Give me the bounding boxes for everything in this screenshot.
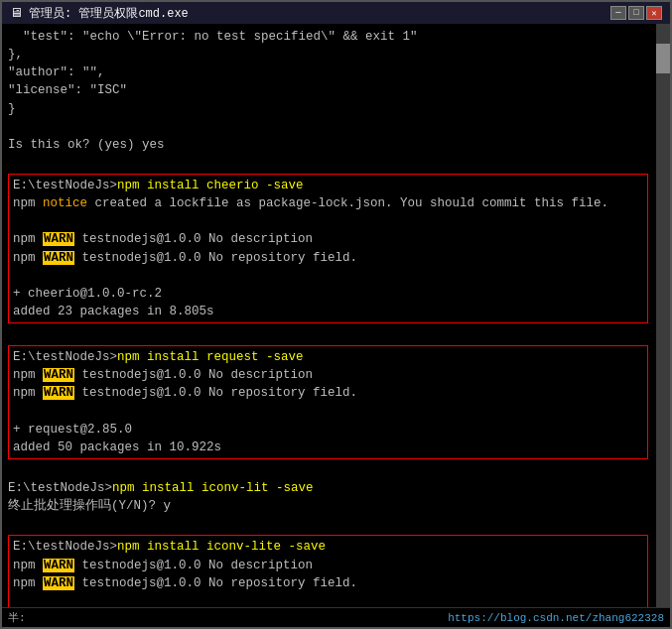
warn-cheerio-1: npm WARN testnodejs@1.0.0 No description	[13, 230, 643, 248]
line-blank-4	[8, 461, 648, 479]
title-bar-left: 🖥 管理员: 管理员权限cmd.exe	[10, 5, 189, 22]
scrollbar[interactable]	[656, 24, 670, 607]
cmd-window: 🖥 管理员: 管理员权限cmd.exe — □ ✕ "test": "echo …	[0, 0, 672, 629]
line-2: },	[8, 46, 648, 63]
maximize-button[interactable]: □	[628, 6, 644, 20]
line-1: "test": "echo \"Error: no test specified…	[8, 28, 648, 46]
title-bar: 🖥 管理员: 管理员权限cmd.exe — □ ✕	[2, 2, 670, 24]
cheerio-added: + cheerio@1.0.0-rc.2	[13, 285, 643, 303]
prompt-iconv-lit: E:\testNodeJs>npm install iconv-lit -sav…	[8, 479, 648, 497]
scrollbar-thumb[interactable]	[656, 44, 670, 73]
blank-cheerio-1	[13, 212, 643, 230]
warn-request-1: npm WARN testnodejs@1.0.0 No description	[13, 366, 643, 384]
request-count: added 50 packages in 10.922s	[13, 439, 643, 456]
terminal-content: "test": "echo \"Error: no test specified…	[8, 28, 664, 607]
warn-request-2: npm WARN testnodejs@1.0.0 No repository …	[13, 384, 643, 402]
minimize-button[interactable]: —	[610, 6, 626, 20]
install-iconv-box: E:\testNodeJs>npm install iconv-lite -sa…	[8, 535, 648, 607]
warn-cheerio-2: npm WARN testnodejs@1.0.0 No repository …	[13, 249, 643, 267]
prompt-cheerio: E:\testNodeJs>npm install cheerio -save	[13, 177, 643, 194]
line-blank-5	[8, 515, 648, 533]
line-5: }	[8, 100, 648, 118]
blank-request-1	[13, 403, 643, 421]
prompt-request: E:\testNodeJs>npm install request -save	[13, 348, 643, 366]
line-blank-2	[8, 154, 648, 172]
line-blank-3	[8, 325, 648, 343]
terminal-body: "test": "echo \"Error: no test specified…	[2, 24, 670, 607]
watermark-text: https://blog.csdn.net/zhang622328	[448, 612, 664, 624]
install-request-box: E:\testNodeJs>npm install request -save …	[8, 345, 648, 459]
line-3: "author": "",	[8, 63, 648, 81]
prompt-iconv-lite: E:\testNodeJs>npm install iconv-lite -sa…	[13, 538, 643, 556]
title-controls: — □ ✕	[610, 6, 662, 20]
bottom-left-text: 半:	[8, 610, 26, 625]
line-4: "license": "ISC"	[8, 81, 648, 99]
install-cheerio-box: E:\testNodeJs>npm install cheerio -save …	[8, 174, 648, 323]
window-icon: 🖥	[10, 6, 23, 21]
notice-cheerio: npm notice created a lockfile as package…	[13, 194, 643, 212]
blank-cheerio-2	[13, 267, 643, 285]
request-added: + request@2.85.0	[13, 421, 643, 439]
close-button[interactable]: ✕	[646, 6, 662, 20]
line-ok: Is this ok? (yes) yes	[8, 136, 648, 154]
window-title: 管理员: 管理员权限cmd.exe	[29, 5, 189, 22]
line-blank-1	[8, 118, 648, 136]
warn-iconv-2: npm WARN testnodejs@1.0.0 No repository …	[13, 574, 643, 592]
warn-iconv-1: npm WARN testnodejs@1.0.0 No description	[13, 557, 643, 574]
bottom-bar: 半: https://blog.csdn.net/zhang622328	[2, 607, 670, 627]
cheerio-count: added 23 packages in 8.805s	[13, 303, 643, 320]
terminate-prompt: 终止批处理操作吗(Y/N)? y	[8, 497, 648, 515]
blank-iconv-1	[13, 592, 643, 607]
